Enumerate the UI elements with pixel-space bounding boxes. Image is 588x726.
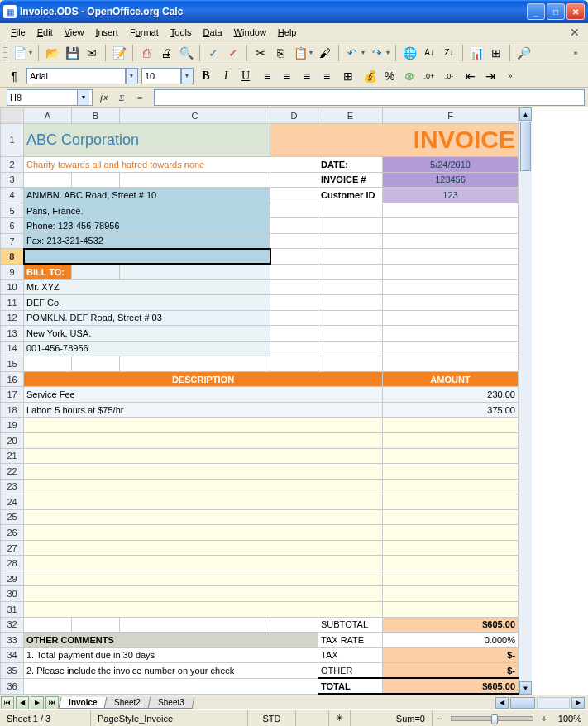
tab-nav-next[interactable]: ▶ bbox=[31, 696, 44, 709]
menu-tools[interactable]: Tools bbox=[165, 26, 198, 39]
empty-item-8[interactable] bbox=[24, 540, 383, 556]
status-sum[interactable]: Sum=0 bbox=[351, 710, 433, 726]
menu-edit[interactable]: Edit bbox=[31, 26, 59, 39]
underline-button[interactable]: U bbox=[237, 67, 255, 85]
scroll-thumb[interactable] bbox=[520, 122, 531, 171]
horizontal-scrollbar[interactable]: ◀ ▶ bbox=[193, 697, 588, 709]
row-header-29[interactable]: 29 bbox=[1, 571, 24, 586]
row-header-1[interactable]: 1 bbox=[1, 123, 24, 157]
scroll-left-button[interactable]: ◀ bbox=[495, 697, 509, 709]
row-header-17[interactable]: 17 bbox=[1, 387, 24, 403]
copy-button[interactable]: ⎘ bbox=[271, 44, 289, 62]
row-header-12[interactable]: 12 bbox=[1, 310, 24, 326]
row-header-20[interactable]: 20 bbox=[1, 432, 24, 448]
undo-button[interactable]: ↶ bbox=[343, 44, 361, 62]
preview-button[interactable]: 🔍 bbox=[177, 44, 195, 62]
hscroll-track[interactable] bbox=[537, 697, 570, 709]
row-header-28[interactable]: 28 bbox=[1, 556, 24, 571]
status-mode[interactable]: STD bbox=[248, 710, 296, 726]
billto-header[interactable]: BILL TO: bbox=[24, 264, 72, 279]
item-amt-0[interactable]: 230.00 bbox=[383, 387, 519, 403]
billto-line-0[interactable]: Mr. XYZ bbox=[24, 279, 270, 295]
tagline[interactable]: Charity towards all and hatred towards n… bbox=[24, 157, 318, 173]
row-header-24[interactable]: 24 bbox=[1, 494, 24, 510]
row-header-18[interactable]: 18 bbox=[1, 402, 24, 418]
empty-item-10[interactable] bbox=[24, 571, 383, 586]
empty-amt-0[interactable] bbox=[383, 418, 519, 433]
toolbar-grip[interactable] bbox=[3, 45, 7, 61]
empty-item-7[interactable] bbox=[24, 525, 383, 541]
new-dropdown[interactable]: ▾ bbox=[29, 49, 34, 56]
total-label[interactable]: TOTAL bbox=[318, 678, 383, 694]
billto-line-2[interactable]: POMKLN. DEF Road, Street # 03 bbox=[24, 310, 270, 326]
minimize-button[interactable]: _ bbox=[527, 3, 545, 20]
scroll-right-button[interactable]: ▶ bbox=[571, 697, 585, 709]
zoom-slider[interactable] bbox=[451, 716, 533, 721]
row-header-4[interactable]: 4 bbox=[1, 188, 24, 203]
row-header-31[interactable]: 31 bbox=[1, 601, 24, 617]
invoice-num-value[interactable]: 123456 bbox=[383, 172, 519, 188]
row-header-15[interactable]: 15 bbox=[1, 356, 24, 372]
hscroll-thumb[interactable] bbox=[510, 697, 535, 709]
cell-reference-box[interactable]: H8▾ bbox=[7, 89, 93, 106]
hyperlink-button[interactable]: 🌐 bbox=[400, 44, 418, 62]
description-header[interactable]: DESCRIPTION bbox=[24, 371, 383, 387]
taxrate-value[interactable]: 0.000% bbox=[383, 633, 519, 648]
tab-nav-first[interactable]: ⏮ bbox=[1, 696, 14, 709]
align-left-button[interactable]: ≡ bbox=[258, 67, 276, 85]
find-button[interactable]: 🔎 bbox=[514, 44, 533, 62]
empty-item-6[interactable] bbox=[24, 509, 383, 525]
function-wizard-button[interactable]: ƒx bbox=[96, 90, 111, 105]
empty-amt-4[interactable] bbox=[383, 479, 519, 494]
empty-item-3[interactable] bbox=[24, 464, 383, 480]
empty-amt-12[interactable] bbox=[383, 601, 519, 617]
new-button[interactable]: 📄 bbox=[11, 44, 29, 62]
customer-value[interactable]: 123 bbox=[383, 188, 519, 203]
taxrate-label[interactable]: TAX RATE bbox=[318, 633, 383, 648]
menu-data[interactable]: Data bbox=[197, 26, 227, 39]
billto-line-4[interactable]: 001-456-78956 bbox=[24, 341, 270, 356]
row-header-11[interactable]: 11 bbox=[1, 295, 24, 311]
invoice-num-label[interactable]: INVOICE # bbox=[318, 172, 383, 188]
invoice-title[interactable]: INVOICE bbox=[270, 123, 519, 157]
cut-button[interactable]: ✂ bbox=[251, 44, 270, 62]
redo-button[interactable]: ↷ bbox=[368, 44, 386, 62]
equals-button[interactable]: = bbox=[132, 90, 147, 105]
zoom-knob[interactable] bbox=[491, 714, 498, 724]
sort-desc-button[interactable]: Z↓ bbox=[440, 44, 458, 62]
company-address-2[interactable]: Phone: 123-456-78956 bbox=[24, 218, 270, 234]
empty-item-9[interactable] bbox=[24, 556, 383, 571]
status-zoom[interactable]: 100% bbox=[552, 710, 588, 726]
paste-button[interactable]: 📋 bbox=[291, 44, 309, 62]
scroll-track[interactable] bbox=[519, 172, 532, 681]
merge-button[interactable]: ⊞ bbox=[339, 67, 357, 85]
empty-amt-3[interactable] bbox=[383, 464, 519, 480]
row-header-26[interactable]: 26 bbox=[1, 525, 24, 541]
tab-nav-prev[interactable]: ◀ bbox=[16, 696, 29, 709]
status-pagestyle[interactable]: PageStyle_Invoice bbox=[91, 710, 248, 726]
bold-button[interactable]: B bbox=[197, 67, 215, 85]
row-header-19[interactable]: 19 bbox=[1, 418, 24, 433]
col-header-B[interactable]: B bbox=[72, 108, 120, 124]
scroll-down-button[interactable]: ▼ bbox=[519, 681, 532, 695]
company-address-1[interactable]: Paris, France. bbox=[24, 203, 270, 218]
zoom-in-button[interactable]: + bbox=[538, 714, 550, 724]
subtotal-value[interactable]: $605.00 bbox=[383, 617, 519, 633]
number-button[interactable]: ⊗ bbox=[400, 67, 418, 85]
empty-item-11[interactable] bbox=[24, 586, 383, 602]
remove-decimal-button[interactable]: .0- bbox=[440, 67, 458, 85]
fmt-toolbar-overflow[interactable]: » bbox=[501, 67, 519, 85]
empty-item-5[interactable] bbox=[24, 494, 383, 510]
selected-cell[interactable] bbox=[24, 249, 270, 265]
empty-amt-7[interactable] bbox=[383, 525, 519, 541]
menu-file[interactable]: File bbox=[5, 26, 31, 39]
tab-sheet2[interactable]: Sheet2 bbox=[104, 697, 151, 709]
row-header-33[interactable]: 33 bbox=[1, 633, 24, 648]
export-pdf-button[interactable]: ⎙ bbox=[137, 44, 155, 62]
company-address-0[interactable]: ANMBN. ABC Road, Street # 10 bbox=[24, 188, 270, 203]
menu-view[interactable]: View bbox=[59, 26, 90, 39]
save-button[interactable]: 💾 bbox=[63, 44, 81, 62]
empty-item-1[interactable] bbox=[24, 432, 383, 448]
cellref-dropdown[interactable]: ▾ bbox=[77, 90, 89, 105]
percent-button[interactable]: % bbox=[380, 67, 399, 85]
